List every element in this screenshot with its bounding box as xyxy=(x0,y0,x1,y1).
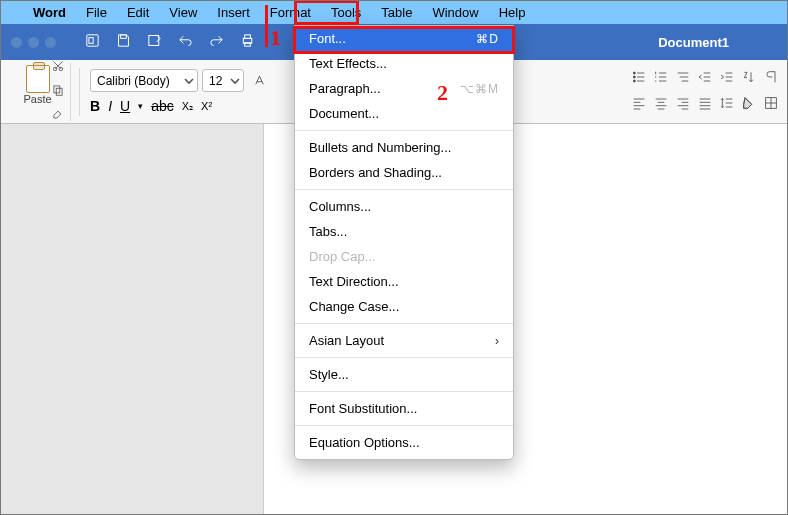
sort-icon[interactable] xyxy=(741,69,757,89)
menu-item-change-case[interactable]: Change Case... xyxy=(295,294,513,319)
menu-item-asian-layout[interactable]: Asian Layout › xyxy=(295,328,513,353)
align-left-icon[interactable] xyxy=(631,95,647,115)
menu-window[interactable]: Window xyxy=(422,2,488,23)
font-size-value: 12 xyxy=(209,74,222,88)
svg-rect-10 xyxy=(56,88,62,95)
menu-item-label: Document... xyxy=(309,106,379,121)
save-icon[interactable] xyxy=(115,32,132,53)
italic-button[interactable]: I xyxy=(108,98,112,114)
menu-item-style[interactable]: Style... xyxy=(295,362,513,387)
show-marks-icon[interactable] xyxy=(763,69,779,89)
menu-help[interactable]: Help xyxy=(489,2,536,23)
menu-separator xyxy=(295,425,513,426)
print-icon[interactable] xyxy=(239,32,256,53)
align-center-icon[interactable] xyxy=(653,95,669,115)
shading-icon[interactable] xyxy=(741,95,757,115)
chevron-down-icon xyxy=(184,75,194,89)
traffic-light-close[interactable] xyxy=(11,37,22,48)
menu-item-font[interactable]: Font... ⌘D xyxy=(295,26,513,51)
menu-table[interactable]: Table xyxy=(371,2,422,23)
menu-word[interactable]: Word xyxy=(23,2,76,23)
svg-point-12 xyxy=(633,76,635,78)
svg-rect-5 xyxy=(245,34,251,38)
font-size-combo[interactable]: 12 xyxy=(202,69,244,92)
menu-separator xyxy=(295,357,513,358)
format-menu: Font... ⌘D Text Effects... Paragraph... … xyxy=(294,25,514,460)
menu-item-label: Text Direction... xyxy=(309,274,399,289)
home-icon[interactable] xyxy=(84,32,101,53)
menu-item-label: Equation Options... xyxy=(309,435,420,450)
menu-item-label: Asian Layout xyxy=(309,333,384,348)
menu-item-document[interactable]: Document... xyxy=(295,101,513,126)
menu-item-font-substitution[interactable]: Font Substitution... xyxy=(295,396,513,421)
menu-separator xyxy=(295,323,513,324)
align-right-icon[interactable] xyxy=(675,95,691,115)
menu-file[interactable]: File xyxy=(76,2,117,23)
menu-item-paragraph[interactable]: Paragraph... ⌥⌘M xyxy=(295,76,513,101)
numbering-icon[interactable] xyxy=(653,69,669,89)
borders-icon[interactable] xyxy=(763,95,779,115)
menu-item-shortcut: ⌥⌘M xyxy=(460,82,499,96)
save-check-icon[interactable] xyxy=(146,32,163,53)
mac-menubar: Word File Edit View Insert Format Tools … xyxy=(1,1,787,24)
menu-tools[interactable]: Tools xyxy=(321,2,371,23)
undo-icon[interactable] xyxy=(177,32,194,53)
font-name-value: Calibri (Body) xyxy=(97,74,170,88)
increase-indent-icon[interactable] xyxy=(719,69,735,89)
menu-item-label: Font Substitution... xyxy=(309,401,417,416)
format-painter-icon[interactable] xyxy=(51,107,65,125)
menu-item-columns[interactable]: Columns... xyxy=(295,194,513,219)
separator xyxy=(79,68,80,116)
menu-view[interactable]: View xyxy=(159,2,207,23)
menu-separator xyxy=(295,391,513,392)
menu-item-label: Drop Cap... xyxy=(309,249,375,264)
traffic-light-zoom[interactable] xyxy=(45,37,56,48)
menu-item-drop-cap: Drop Cap... xyxy=(295,244,513,269)
line-spacing-icon[interactable] xyxy=(719,95,735,115)
menu-separator xyxy=(295,189,513,190)
svg-point-13 xyxy=(633,80,635,82)
subscript-button[interactable]: X₂ xyxy=(182,100,193,113)
justify-icon[interactable] xyxy=(697,95,713,115)
chevron-right-icon: › xyxy=(495,334,499,348)
svg-rect-2 xyxy=(121,34,127,38)
menu-edit[interactable]: Edit xyxy=(117,2,159,23)
menu-item-label: Change Case... xyxy=(309,299,399,314)
multilevel-icon[interactable] xyxy=(675,69,691,89)
paste-label: Paste xyxy=(23,93,51,105)
bullets-icon[interactable] xyxy=(631,69,647,89)
menu-format[interactable]: Format xyxy=(260,2,321,23)
menu-item-label: Text Effects... xyxy=(309,56,387,71)
document-title: Document1 xyxy=(658,35,729,50)
superscript-button[interactable]: X² xyxy=(201,100,212,112)
menu-item-borders[interactable]: Borders and Shading... xyxy=(295,160,513,185)
menu-item-label: Borders and Shading... xyxy=(309,165,442,180)
bold-button[interactable]: B xyxy=(90,98,100,114)
decrease-indent-icon[interactable] xyxy=(697,69,713,89)
svg-point-11 xyxy=(633,72,635,74)
menu-separator xyxy=(295,130,513,131)
copy-icon[interactable] xyxy=(51,83,65,101)
cut-icon[interactable] xyxy=(51,59,65,77)
svg-rect-9 xyxy=(54,85,60,92)
document-gutter xyxy=(1,124,263,514)
svg-rect-1 xyxy=(89,37,93,43)
strikethrough-button[interactable]: abc xyxy=(151,98,174,114)
menu-item-label: Style... xyxy=(309,367,349,382)
svg-rect-3 xyxy=(149,35,159,45)
underline-button[interactable]: U xyxy=(120,98,130,114)
grow-font-icon[interactable] xyxy=(248,70,270,92)
font-name-combo[interactable]: Calibri (Body) xyxy=(90,69,198,92)
menu-item-bullets[interactable]: Bullets and Numbering... xyxy=(295,135,513,160)
paragraph-group xyxy=(631,69,779,115)
menu-item-text-direction[interactable]: Text Direction... xyxy=(295,269,513,294)
traffic-light-minimize[interactable] xyxy=(28,37,39,48)
menu-item-tabs[interactable]: Tabs... xyxy=(295,219,513,244)
menu-item-text-effects[interactable]: Text Effects... xyxy=(295,51,513,76)
menu-item-label: Bullets and Numbering... xyxy=(309,140,451,155)
redo-icon[interactable] xyxy=(208,32,225,53)
clipboard-icon xyxy=(26,65,50,93)
menu-insert[interactable]: Insert xyxy=(207,2,260,23)
menu-item-equation-options[interactable]: Equation Options... xyxy=(295,430,513,455)
underline-dropdown[interactable]: ▾ xyxy=(138,101,143,111)
